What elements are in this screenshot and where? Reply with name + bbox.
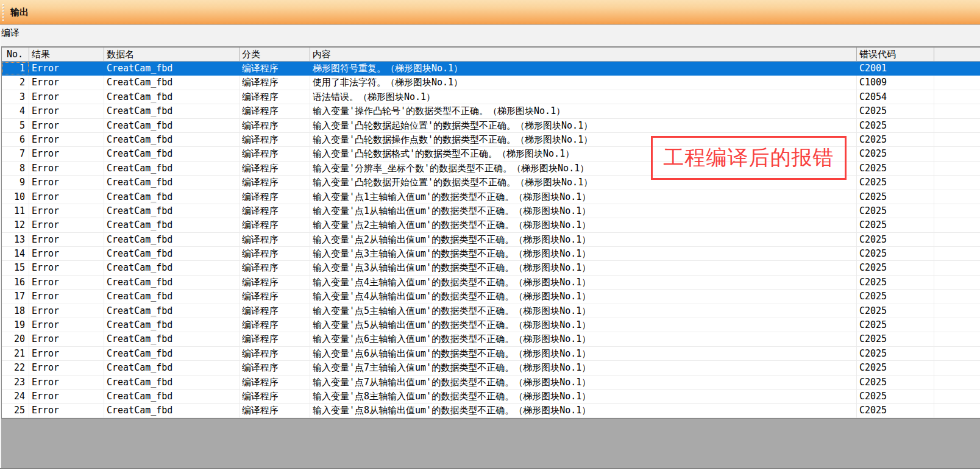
cell-extra [934,204,980,218]
table-header-row: No. 结果 数据名 分类 内容 错误代码 [2,48,980,62]
table-row[interactable]: 12ErrorCreatCam_fbd编译程序输入变量'点2主轴输入值um'的数… [2,218,980,232]
compile-tab-strip: 编译 [0,25,980,47]
cell-content: 输入变量'点7从轴输出值um'的数据类型不正确。（梯形图块No.1） [310,376,857,389]
cell-code: C2025 [857,304,934,318]
cell-cat: 编译程序 [240,276,310,289]
cell-result: Error [29,162,104,175]
table-row[interactable]: 4ErrorCreatCam_fbd编译程序输入变量'操作凸轮号'的数据类型不正… [2,104,980,118]
cell-no: 17 [2,290,29,303]
cell-data: CreatCam_fbd [104,233,240,246]
cell-cat: 编译程序 [240,76,310,89]
cell-cat: 编译程序 [240,62,310,75]
error-list-table: No. 结果 数据名 分类 内容 错误代码 1ErrorCreatCam_fbd… [1,46,980,419]
cell-result: Error [29,376,104,389]
cell-result: Error [29,104,104,118]
table-row[interactable]: 14ErrorCreatCam_fbd编译程序输入变量'点3主轴输入值um'的数… [2,247,980,261]
cell-result: Error [29,133,104,146]
table-row[interactable]: 2ErrorCreatCam_fbd编译程序使用了非法字符。（梯形图块No.1）… [2,76,980,90]
cell-cat: 编译程序 [240,233,310,246]
column-header-category[interactable]: 分类 [240,48,310,61]
cell-code: C2025 [857,247,934,260]
cell-code: C2025 [857,176,934,189]
cell-result: Error [29,90,104,104]
cell-cat: 编译程序 [240,404,310,417]
table-row[interactable]: 18ErrorCreatCam_fbd编译程序输入变量'点5主轴输入值um'的数… [2,304,980,318]
cell-content: 输入变量'点1从轴输出值um'的数据类型不正确。（梯形图块No.1） [310,204,857,218]
annotation-box: 工程编译后的报错 [651,136,847,180]
cell-no: 7 [2,147,29,160]
cell-content: 输入变量'点5主轴输入值um'的数据类型不正确。（梯形图块No.1） [310,304,857,318]
cell-content: 输入变量'点8主轴输入值um'的数据类型不正确。（梯形图块No.1） [310,390,857,403]
cell-data: CreatCam_fbd [104,347,240,360]
table-row[interactable]: 25ErrorCreatCam_fbd编译程序输入变量'点8从轴输出值um'的数… [2,404,980,418]
table-row[interactable]: 1ErrorCreatCam_fbd编译程序梯形图符号重复。（梯形图块No.1）… [2,62,980,76]
table-row[interactable]: 20ErrorCreatCam_fbd编译程序输入变量'点6主轴输入值um'的数… [2,332,980,346]
cell-data: CreatCam_fbd [104,247,240,260]
output-panel-titlebar: 输出 [0,0,980,25]
cell-data: CreatCam_fbd [104,376,240,389]
table-body: 1ErrorCreatCam_fbd编译程序梯形图符号重复。（梯形图块No.1）… [2,62,980,418]
cell-code: C2025 [857,361,934,374]
cell-content: 输入变量'操作凸轮号'的数据类型不正确。（梯形图块No.1） [310,104,857,118]
column-header-no[interactable]: No. [2,48,29,61]
cell-no: 16 [2,276,29,289]
table-row[interactable]: 11ErrorCreatCam_fbd编译程序输入变量'点1从轴输出值um'的数… [2,204,980,218]
table-row[interactable]: 17ErrorCreatCam_fbd编译程序输入变量'点4从轴输出值um'的数… [2,290,980,304]
table-row[interactable]: 15ErrorCreatCam_fbd编译程序输入变量'点3从轴输出值um'的数… [2,261,980,275]
table-row[interactable]: 19ErrorCreatCam_fbd编译程序输入变量'点5从轴输出值um'的数… [2,318,980,332]
table-row[interactable]: 10ErrorCreatCam_fbd编译程序输入变量'点1主轴输入值um'的数… [2,190,980,204]
cell-data: CreatCam_fbd [104,147,240,160]
table-row[interactable]: 21ErrorCreatCam_fbd编译程序输入变量'点6从轴输出值um'的数… [2,347,980,361]
cell-no: 24 [2,390,29,403]
table-row[interactable]: 22ErrorCreatCam_fbd编译程序输入变量'点7主轴输入值um'的数… [2,361,980,375]
drag-grip-icon[interactable] [2,4,4,21]
cell-data: CreatCam_fbd [104,104,240,118]
column-header-data-name[interactable]: 数据名 [104,48,240,61]
cell-extra [934,376,980,389]
cell-no: 12 [2,218,29,232]
cell-content: 输入变量'点2主轴输入值um'的数据类型不正确。（梯形图块No.1） [310,218,857,232]
annotation-text: 工程编译后的报错 [664,144,834,172]
cell-data: CreatCam_fbd [104,119,240,132]
cell-data: CreatCam_fbd [104,162,240,175]
cell-cat: 编译程序 [240,304,310,318]
cell-data: CreatCam_fbd [104,276,240,289]
cell-data: CreatCam_fbd [104,390,240,403]
cell-no: 6 [2,133,29,146]
cell-result: Error [29,204,104,218]
cell-cat: 编译程序 [240,290,310,303]
table-row[interactable]: 24ErrorCreatCam_fbd编译程序输入变量'点8主轴输入值um'的数… [2,390,980,404]
column-header-content[interactable]: 内容 [310,48,857,61]
cell-code: C2054 [857,90,934,104]
column-header-result[interactable]: 结果 [29,48,104,61]
cell-data: CreatCam_fbd [104,190,240,204]
cell-code: C2025 [857,276,934,289]
cell-content: 输入变量'点7主轴输入值um'的数据类型不正确。（梯形图块No.1） [310,361,857,374]
table-row[interactable]: 3ErrorCreatCam_fbd编译程序语法错误。（梯形图块No.1）C20… [2,90,980,104]
cell-cat: 编译程序 [240,133,310,146]
cell-data: CreatCam_fbd [104,90,240,104]
cell-content: 输入变量'点2从轴输出值um'的数据类型不正确。（梯形图块No.1） [310,233,857,246]
cell-extra [934,276,980,289]
cell-extra [934,261,980,274]
cell-content: 输入变量'点3从轴输出值um'的数据类型不正确。（梯形图块No.1） [310,261,857,274]
cell-cat: 编译程序 [240,332,310,346]
cell-no: 19 [2,318,29,332]
cell-code: C1009 [857,76,934,89]
table-row[interactable]: 23ErrorCreatCam_fbd编译程序输入变量'点7从轴输出值um'的数… [2,376,980,390]
cell-result: Error [29,176,104,189]
table-row[interactable]: 13ErrorCreatCam_fbd编译程序输入变量'点2从轴输出值um'的数… [2,233,980,247]
tab-compile[interactable]: 编译 [1,27,20,39]
cell-result: Error [29,390,104,403]
column-header-error-code[interactable]: 错误代码 [857,48,934,61]
cell-code: C2025 [857,290,934,303]
cell-extra [934,176,980,189]
table-row[interactable]: 5ErrorCreatCam_fbd编译程序输入变量'凸轮数据起始位置'的数据类… [2,119,980,133]
cell-cat: 编译程序 [240,390,310,403]
cell-result: Error [29,261,104,274]
table-row[interactable]: 16ErrorCreatCam_fbd编译程序输入变量'点4主轴输入值um'的数… [2,276,980,290]
cell-content: 输入变量'点4从轴输出值um'的数据类型不正确。（梯形图块No.1） [310,290,857,303]
cell-content: 输入变量'凸轮数据起始位置'的数据类型不正确。（梯形图块No.1） [310,119,857,132]
cell-cat: 编译程序 [240,247,310,260]
cell-data: CreatCam_fbd [104,361,240,374]
